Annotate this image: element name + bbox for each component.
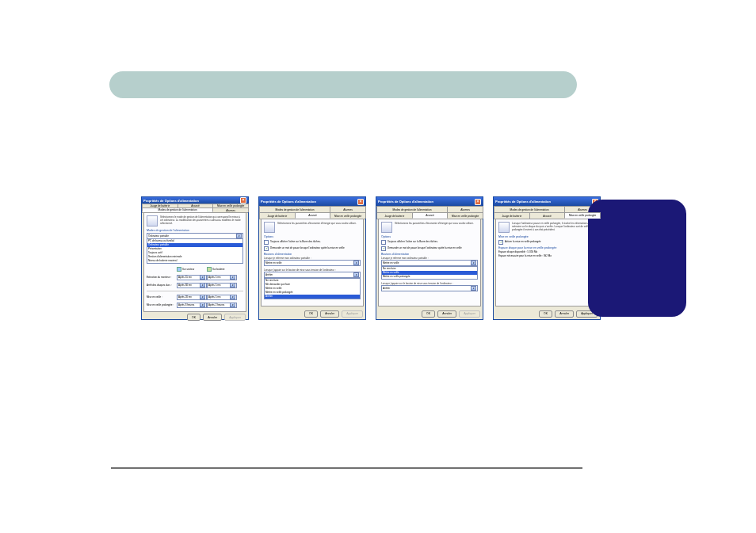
close-icon[interactable]: × — [475, 199, 481, 205]
hdd-ac-combo[interactable]: Après 30 mn▾ — [177, 283, 207, 288]
scheme-combo-list[interactable]: PC de bureau ou familial Ordinateur port… — [147, 239, 243, 264]
tab-veille[interactable]: Mise en veille prolongée — [330, 212, 366, 219]
row-label: Mise en veille : — [147, 295, 177, 299]
ok-button[interactable]: OK — [539, 310, 552, 318]
chevron-down-icon: ▾ — [230, 283, 235, 287]
cancel-button[interactable]: Annuler — [555, 310, 574, 318]
chevron-down-icon: ▾ — [353, 261, 359, 265]
tab-alarmes[interactable]: Alarmes — [212, 207, 249, 212]
hibernate-dc-combo[interactable]: Après 2 heures▾ — [207, 303, 237, 308]
combo-value: Arrêter — [265, 273, 273, 276]
checkbox[interactable] — [381, 240, 386, 245]
screenshot-row: Propriétés de Options d'alimentation × J… — [141, 196, 601, 320]
panel-description: Lorsque l'ordinateur passe en veille pro… — [512, 222, 595, 233]
checkbox-label: Toujours afficher l'icône sur la Barre d… — [388, 240, 438, 243]
panel-veille: Lorsque l'ordinateur passe en veille pro… — [495, 219, 598, 306]
apply-button[interactable]: Appliquer — [459, 310, 480, 318]
row-label: Arrêt des disques durs : — [147, 284, 177, 287]
window-title: Propriétés de Options d'alimentation — [378, 200, 433, 204]
power-btn-combo[interactable]: Arrêter ▾ — [381, 285, 478, 291]
hibernate-ac-combo[interactable]: Après 3 heures▾ — [177, 303, 207, 308]
window-title: Propriétés de Options d'alimentation — [143, 199, 199, 203]
panel-description: Sélectionnez le mode de gestion de l'ali… — [160, 215, 243, 227]
monitor-dc-combo[interactable]: Après 5 mn▾ — [207, 275, 237, 280]
dialog-footer: OK Annuler Appliquer — [259, 308, 365, 319]
window-title: Propriétés de Options d'alimentation — [261, 200, 316, 204]
apply-button[interactable]: Appliquer — [342, 310, 363, 318]
chevron-down-icon: ▾ — [471, 261, 476, 265]
group-options: Options — [264, 235, 361, 238]
panel-avance: Sélectionnez les paramètres d'économie d… — [261, 219, 364, 306]
battery-plug-icon — [264, 222, 275, 233]
ok-button[interactable]: OK — [304, 310, 318, 318]
tab-veille[interactable]: Mise en veille prolongée — [564, 212, 601, 219]
cancel-button[interactable]: Annuler — [437, 310, 456, 318]
tab-modes[interactable]: Modes de gestion de l'alimentation — [376, 206, 448, 212]
panel-modes: Sélectionnez le mode de gestion de l'ali… — [143, 213, 246, 312]
disk-free-label: Espace disque disponible : — [498, 250, 527, 253]
group-hibernate: Mise en veille prolongée — [498, 235, 595, 238]
lid-action-combo[interactable]: Mettre en veille ▾ — [264, 260, 361, 266]
panel-avance: Sélectionnez les paramètres d'économie d… — [378, 219, 481, 306]
tab-jauge[interactable]: Jauge de batterie — [494, 212, 530, 219]
tab-modes[interactable]: Modes de gestion de l'alimentation — [494, 206, 565, 212]
chevron-down-icon: ▾ — [200, 283, 205, 287]
footer-rule — [111, 467, 582, 469]
close-icon[interactable]: × — [357, 199, 364, 205]
disk-needed-value: 992 Mo — [544, 254, 552, 257]
chevron-down-icon: ▾ — [200, 275, 205, 280]
tab-jauge[interactable]: Jauge de batterie — [376, 212, 413, 219]
cancel-button[interactable]: Annuler — [320, 310, 339, 318]
lid-action-combo[interactable]: Mettre en veille ▾ — [381, 260, 478, 266]
checkbox[interactable]: ✓ — [264, 246, 269, 251]
power-btn-combo-list[interactable]: Ne rien faire Me demander que faire Mett… — [264, 278, 361, 299]
group-buttons: Boutons d'alimentation — [381, 253, 478, 256]
monitor-ac-combo[interactable]: Après 15 mn▾ — [177, 275, 207, 280]
tab-alarmes[interactable]: Alarmes — [330, 206, 366, 212]
chevron-down-icon: ▾ — [230, 295, 235, 299]
checkbox-label: Demander un mot de passe lorsque l'ordin… — [270, 246, 345, 249]
apply-button[interactable]: Appliquer — [224, 314, 246, 321]
list-item[interactable]: Arrêter — [265, 295, 360, 299]
tab-avance[interactable]: Avancé — [529, 212, 566, 219]
tab-modes[interactable]: Modes de gestion de l'alimentation — [142, 207, 213, 212]
titlebar[interactable]: Propriétés de Options d'alimentation × — [142, 197, 248, 204]
thumb-index-panel — [588, 200, 686, 317]
checkbox[interactable] — [264, 240, 269, 245]
hdd-dc-combo[interactable]: Après 5 mn▾ — [207, 283, 237, 288]
dialog-power-options-4: Propriétés de Options d'alimentation × M… — [493, 196, 601, 320]
tab-avance[interactable]: Avancé — [295, 212, 331, 219]
tab-jauge[interactable]: Jauge de batterie — [259, 212, 296, 219]
tab-modes[interactable]: Modes de gestion de l'alimentation — [259, 206, 330, 212]
close-icon[interactable]: × — [240, 197, 246, 204]
list-item[interactable]: Niveau de batterie maximal — [147, 259, 242, 263]
checkbox[interactable]: ✓ — [498, 240, 503, 245]
disk-needed-label: Espace nécessaire pour la mise en veille… — [498, 254, 543, 257]
dialog-footer: OK Annuler Appliquer — [494, 308, 600, 319]
checkbox-label: Demander un mot de passe lorsque l'ordin… — [388, 246, 462, 249]
titlebar[interactable]: Propriétés de Options d'alimentation × — [259, 197, 365, 206]
standby-dc-combo[interactable]: Après 5 mn▾ — [207, 295, 237, 300]
titlebar[interactable]: Propriétés de Options d'alimentation × — [376, 197, 483, 206]
col-header: Sur batterie — [212, 268, 225, 271]
ok-button[interactable]: OK — [422, 310, 435, 318]
scheme-combo[interactable]: Ordinateur portable ▾ — [147, 233, 243, 239]
checkbox[interactable]: ✓ — [381, 246, 386, 251]
dialog-power-options-2: Propriétés de Options d'alimentation × M… — [258, 196, 366, 320]
hibernate-icon — [498, 222, 510, 233]
combo-value: Arrêter — [383, 287, 390, 290]
tab-bar-row2: Jauge de batterie Avancé Mise en veille … — [494, 212, 600, 219]
cancel-button[interactable]: Annuler — [203, 314, 222, 321]
ok-button[interactable]: OK — [187, 314, 200, 321]
titlebar[interactable]: Propriétés de Options d'alimentation × — [494, 197, 600, 206]
standby-ac-combo[interactable]: Après 20 mn▾ — [177, 295, 207, 300]
lid-action-combo-list[interactable]: Ne rien faire Mettre en veille Mettre en… — [381, 266, 478, 280]
tab-bar-row2: Modes de gestion de l'alimentation Alarm… — [142, 207, 248, 213]
group-schemes: Modes de gestion de l'alimentation — [147, 229, 243, 232]
list-item[interactable]: Mettre en veille prolongée — [382, 275, 477, 279]
power-btn-combo[interactable]: Arrêter ▾ — [264, 272, 361, 278]
tab-veille[interactable]: Mise en veille prolongée — [447, 212, 483, 219]
chevron-down-icon: ▾ — [230, 303, 235, 307]
tab-avance[interactable]: Avancé — [412, 212, 449, 219]
tab-alarmes[interactable]: Alarmes — [447, 206, 483, 212]
